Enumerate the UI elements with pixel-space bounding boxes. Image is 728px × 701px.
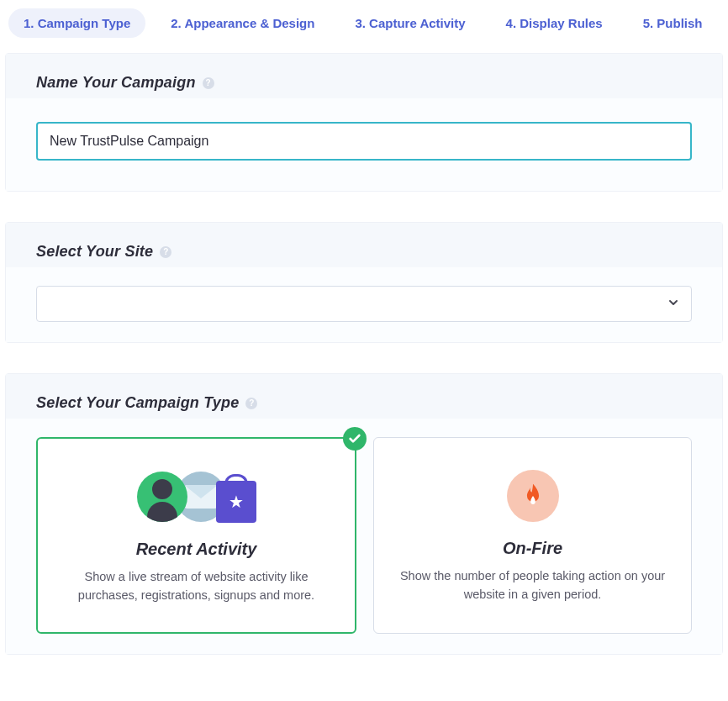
recent-activity-illustration: ★ xyxy=(61,467,331,526)
help-icon[interactable]: ? xyxy=(203,77,214,89)
card-title: Recent Activity xyxy=(61,540,331,559)
site-select-wrap xyxy=(36,286,692,322)
section-header: Select Your Site ? xyxy=(6,223,722,267)
wizard-steps: 1. Campaign Type 2. Appearance & Design … xyxy=(5,8,723,53)
site-select[interactable] xyxy=(36,286,692,322)
section-title: Select Your Site xyxy=(36,243,153,261)
section-header: Select Your Campaign Type ? xyxy=(6,374,722,419)
section-title: Select Your Campaign Type xyxy=(36,394,239,412)
campaign-name-input[interactable] xyxy=(36,122,692,161)
help-icon[interactable]: ? xyxy=(245,398,257,409)
check-icon xyxy=(343,427,367,451)
section-body xyxy=(6,98,722,191)
tab-publish[interactable]: 5. Publish xyxy=(628,8,718,38)
flame-icon xyxy=(507,470,559,522)
campaign-type-cards: ★ Recent Activity Show a live stream of … xyxy=(36,437,692,634)
card-description: Show a live stream of website activity l… xyxy=(61,567,331,605)
card-title: On-Fire xyxy=(398,539,667,558)
section-body xyxy=(6,267,722,342)
tab-campaign-type[interactable]: 1. Campaign Type xyxy=(8,8,145,38)
section-body: ★ Recent Activity Show a live stream of … xyxy=(6,419,722,654)
tab-appearance-design[interactable]: 2. Appearance & Design xyxy=(156,8,330,38)
shopping-bag-icon: ★ xyxy=(216,481,256,523)
section-name-campaign: Name Your Campaign ? xyxy=(5,53,723,192)
section-campaign-type: Select Your Campaign Type ? ★ xyxy=(5,373,723,655)
help-icon[interactable]: ? xyxy=(160,246,171,258)
on-fire-illustration xyxy=(398,466,667,525)
card-description: Show the number of people taking action … xyxy=(398,567,667,604)
tab-display-rules[interactable]: 4. Display Rules xyxy=(491,8,618,38)
campaign-type-card-on-fire[interactable]: On-Fire Show the number of people taking… xyxy=(373,437,692,634)
avatar-icon xyxy=(137,472,187,522)
campaign-type-card-recent-activity[interactable]: ★ Recent Activity Show a live stream of … xyxy=(36,437,356,634)
tab-capture-activity[interactable]: 3. Capture Activity xyxy=(340,8,480,38)
section-header: Name Your Campaign ? xyxy=(6,54,722,98)
section-select-site: Select Your Site ? xyxy=(5,222,723,343)
section-title: Name Your Campaign xyxy=(36,74,196,92)
